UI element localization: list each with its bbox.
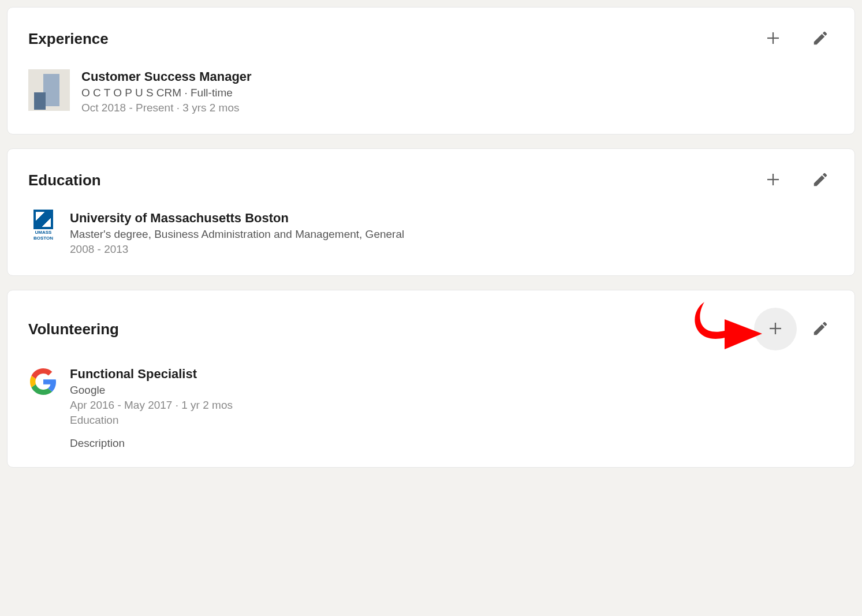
add-experience-button[interactable] (760, 25, 786, 53)
education-entry-body: University of Massachusetts Boston Maste… (70, 211, 834, 258)
plus-icon (764, 29, 782, 48)
experience-role: Customer Success Manager (81, 69, 834, 84)
placeholder-company-icon (28, 69, 70, 111)
experience-date-line: Oct 2018 - Present · 3 yrs 2 mos (81, 102, 834, 114)
volunteering-role: Functional Specialist (70, 367, 834, 382)
pencil-icon (812, 171, 829, 190)
add-volunteering-button[interactable] (762, 315, 789, 344)
umass-logo-icon: UMASS BOSTON (29, 210, 58, 242)
volunteering-cause: Education (70, 414, 834, 427)
volunteering-title: Volunteering (28, 320, 119, 338)
pencil-icon (812, 320, 829, 339)
experience-header: Experience (28, 25, 834, 53)
experience-entry[interactable]: Customer Success Manager O C T O P U S C… (28, 69, 834, 117)
company-logo (28, 69, 70, 111)
experience-entry-body: Customer Success Manager O C T O P U S C… (81, 69, 834, 117)
add-education-button[interactable] (760, 166, 786, 195)
experience-company-line: O C T O P U S CRM · Full-time (81, 87, 834, 99)
volunteering-description: Description (70, 437, 834, 450)
education-degree-line: Master's degree, Business Administration… (70, 228, 834, 241)
volunteering-entry-body: Functional Specialist Google Apr 2016 - … (70, 367, 834, 450)
volunteering-card: Volunteering (7, 290, 855, 468)
plus-icon (767, 320, 784, 339)
edit-experience-button[interactable] (807, 25, 834, 53)
volunteering-actions (754, 308, 834, 350)
education-header: Education (28, 166, 834, 195)
pencil-icon (812, 29, 829, 48)
volunteering-date-line: Apr 2016 - May 2017 · 1 yr 2 mos (70, 399, 834, 412)
volunteering-org: Google (70, 384, 834, 397)
experience-actions (760, 25, 834, 53)
experience-card: Experience (7, 7, 855, 135)
edit-education-button[interactable] (807, 166, 834, 195)
education-school: University of Massachusetts Boston (70, 211, 834, 226)
add-volunteering-highlight (754, 308, 797, 350)
education-actions (760, 166, 834, 195)
volunteering-header: Volunteering (28, 308, 834, 350)
school-logo: UMASS BOSTON (28, 211, 58, 241)
education-entry[interactable]: UMASS BOSTON University of Massachusetts… (28, 211, 834, 258)
experience-title: Experience (28, 30, 109, 48)
volunteering-entry[interactable]: Functional Specialist Google Apr 2016 - … (28, 367, 834, 450)
edit-volunteering-button[interactable] (807, 315, 834, 344)
education-date-line: 2008 - 2013 (70, 243, 834, 256)
plus-icon (764, 171, 782, 190)
education-card: Education (7, 148, 855, 276)
google-logo-icon (30, 368, 57, 395)
education-title: Education (28, 171, 101, 189)
volunteering-org-logo (28, 367, 58, 397)
